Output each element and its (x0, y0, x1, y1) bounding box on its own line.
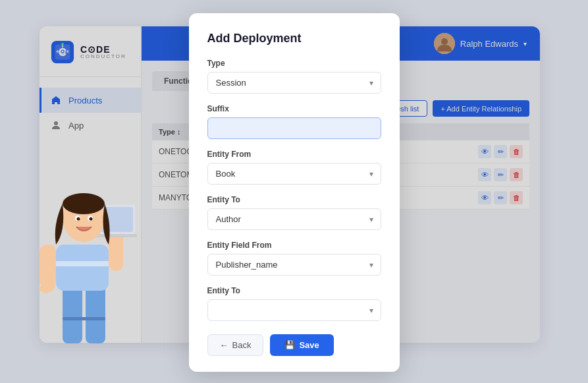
modal-overlay: Add Deployment Type Session Container Se… (0, 0, 588, 383)
form-group-suffix: Suffix (207, 104, 381, 139)
form-group-entity-from: Entity From Book Author Publisher (207, 150, 381, 185)
form-group-type: Type Session Container Serverless (207, 59, 381, 94)
type-select[interactable]: Session Container Serverless (207, 72, 381, 94)
entity-from-select[interactable]: Book Author Publisher (207, 163, 381, 185)
back-button[interactable]: ← Back (207, 334, 264, 356)
modal-title: Add Deployment (207, 32, 381, 45)
select-wrapper-type: Session Container Serverless (207, 72, 381, 94)
form-group-entity-to2: Entity To Author Book Publisher (207, 286, 381, 321)
select-wrapper-entity-to: Author Book Publisher (207, 208, 381, 230)
entity-to2-select[interactable]: Author Book Publisher (207, 299, 381, 321)
modal-footer: ← Back 💾 Save (207, 334, 381, 356)
save-icon: 💾 (284, 340, 295, 350)
label-entity-to2: Entity To (207, 286, 381, 295)
select-wrapper-entity-field-from: Publisher_name Book_title Author_name (207, 254, 381, 276)
form-group-entity-to: Entity To Author Book Publisher (207, 195, 381, 230)
back-label: Back (232, 340, 252, 350)
label-entity-field-from: Entity Field From (207, 241, 381, 250)
label-suffix: Suffix (207, 104, 381, 113)
suffix-input[interactable] (207, 117, 381, 139)
select-wrapper-entity-from: Book Author Publisher (207, 163, 381, 185)
label-entity-from: Entity From (207, 150, 381, 159)
entity-to-select[interactable]: Author Book Publisher (207, 208, 381, 230)
save-label: Save (299, 340, 319, 350)
label-entity-to: Entity To (207, 195, 381, 204)
add-deployment-modal: Add Deployment Type Session Container Se… (189, 13, 400, 372)
form-group-entity-field-from: Entity Field From Publisher_name Book_ti… (207, 241, 381, 276)
label-type: Type (207, 59, 381, 68)
back-arrow-icon: ← (220, 340, 228, 350)
select-wrapper-entity-to2: Author Book Publisher (207, 299, 381, 321)
save-button[interactable]: 💾 Save (270, 334, 333, 356)
entity-field-from-select[interactable]: Publisher_name Book_title Author_name (207, 254, 381, 276)
